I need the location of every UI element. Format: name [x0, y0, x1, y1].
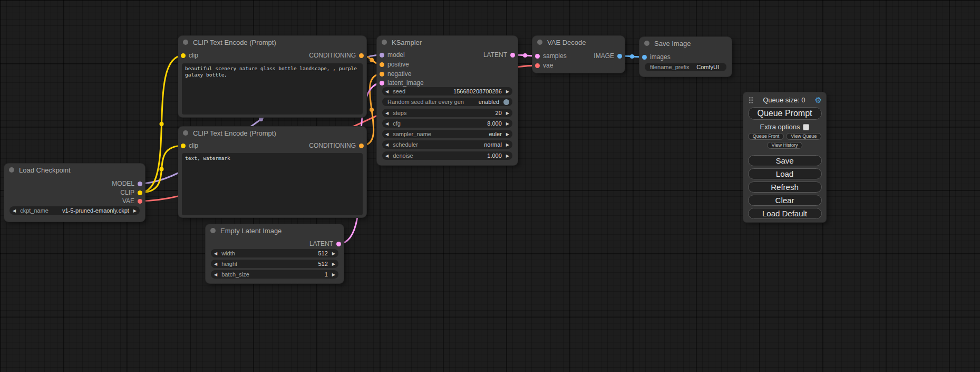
- input-socket-positive[interactable]: [380, 62, 384, 67]
- increment-arrow-icon[interactable]: ▶: [506, 111, 509, 116]
- decrement-arrow-icon[interactable]: ◀: [385, 111, 389, 116]
- queue-size-label: Queue size: 0: [753, 96, 815, 104]
- node-title-bar[interactable]: CLIP Text Encode (Prompt): [178, 36, 366, 49]
- decrement-arrow-icon[interactable]: ◀: [13, 208, 16, 213]
- node-canvas[interactable]: Load Checkpoint MODEL CLIP VAE ◀ ckpt_na…: [0, 0, 980, 372]
- widget-width[interactable]: ◀ width 512 ▶: [211, 249, 338, 257]
- clear-button[interactable]: Clear: [748, 195, 822, 206]
- output-label: LATENT: [483, 51, 507, 59]
- decrement-arrow-icon[interactable]: ◀: [385, 142, 389, 147]
- refresh-button[interactable]: Refresh: [748, 182, 822, 193]
- save-button[interactable]: Save: [748, 155, 822, 166]
- node-title-label: Load Checkpoint: [19, 166, 71, 174]
- input-socket-model[interactable]: [380, 53, 384, 58]
- increment-arrow-icon[interactable]: ▶: [332, 272, 335, 277]
- widget-filename-prefix[interactable]: filename_prefix ComfyUI: [645, 63, 726, 71]
- toggle-dot-icon[interactable]: [503, 99, 509, 105]
- settings-gear-icon[interactable]: ⚙: [815, 96, 822, 104]
- input-slot-negative: negative: [377, 70, 411, 78]
- node-vae-decode[interactable]: VAE Decode IMAGE samples vae: [532, 36, 625, 73]
- increment-arrow-icon[interactable]: ▶: [506, 142, 509, 147]
- input-socket-latent-image[interactable]: [380, 81, 384, 85]
- input-slot-samples: samples: [532, 52, 567, 60]
- collapse-dot-icon[interactable]: [382, 40, 387, 45]
- output-socket-clip[interactable]: [138, 190, 142, 195]
- decrement-arrow-icon[interactable]: ◀: [214, 262, 217, 266]
- node-title-bar[interactable]: Save Image: [639, 37, 732, 50]
- node-title-label: KSampler: [392, 39, 422, 46]
- load-button[interactable]: Load: [748, 168, 822, 179]
- collapse-dot-icon[interactable]: [9, 167, 14, 173]
- widget-label: height: [221, 261, 237, 267]
- increment-arrow-icon[interactable]: ▶: [133, 208, 137, 213]
- node-title-bar[interactable]: KSampler: [377, 36, 518, 49]
- node-empty-latent-image[interactable]: Empty Latent Image LATENT ◀ width 512 ▶ …: [206, 224, 344, 283]
- increment-arrow-icon[interactable]: ▶: [332, 262, 335, 266]
- collapse-dot-icon[interactable]: [183, 130, 188, 136]
- widget-batch-size[interactable]: ◀ batch_size 1 ▶: [211, 270, 338, 279]
- output-socket-model[interactable]: [138, 182, 142, 186]
- collapse-dot-icon[interactable]: [537, 40, 542, 45]
- view-queue-button[interactable]: View Queue: [786, 133, 821, 140]
- load-default-button[interactable]: Load Default: [748, 208, 822, 219]
- prompt-textarea[interactable]: text, watermark: [182, 153, 363, 215]
- output-socket-conditioning[interactable]: [359, 53, 364, 58]
- widget-scheduler[interactable]: ◀ scheduler normal ▶: [382, 140, 512, 149]
- increment-arrow-icon[interactable]: ▶: [506, 154, 509, 158]
- drag-handle-icon[interactable]: [749, 97, 753, 103]
- widget-ckpt-name[interactable]: ◀ ckpt_name v1-5-pruned-emaonly.ckpt ▶: [9, 206, 140, 215]
- widget-label: scheduler: [393, 141, 418, 148]
- input-socket-vae[interactable]: [535, 63, 540, 68]
- node-title-bar[interactable]: VAE Decode: [532, 36, 625, 49]
- output-socket-latent[interactable]: [510, 53, 515, 58]
- extra-options-checkbox[interactable]: [803, 124, 809, 130]
- node-clip-text-encode-negative[interactable]: CLIP Text Encode (Prompt) clip CONDITION…: [178, 127, 366, 217]
- decrement-arrow-icon[interactable]: ◀: [385, 121, 389, 126]
- output-label: CONDITIONING: [309, 142, 356, 149]
- prompt-textarea[interactable]: beautiful scenery nature glass bottle la…: [182, 63, 363, 115]
- output-socket-latent[interactable]: [336, 242, 341, 246]
- input-socket-negative[interactable]: [380, 72, 384, 77]
- queue-prompt-button[interactable]: Queue Prompt: [748, 107, 822, 120]
- increment-arrow-icon[interactable]: ▶: [506, 132, 509, 137]
- input-socket-images[interactable]: [642, 55, 647, 60]
- collapse-dot-icon[interactable]: [183, 40, 188, 45]
- node-clip-text-encode-positive[interactable]: CLIP Text Encode (Prompt) clip CONDITION…: [178, 36, 366, 117]
- widget-value: 1: [325, 271, 328, 278]
- node-title-bar[interactable]: Empty Latent Image: [206, 224, 344, 237]
- widget-denoise[interactable]: ◀ denoise 1.000 ▶: [382, 151, 512, 160]
- collapse-dot-icon[interactable]: [644, 41, 649, 46]
- output-slot-clip: CLIP: [4, 188, 145, 197]
- increment-arrow-icon[interactable]: ▶: [332, 251, 335, 256]
- wire-dot: [370, 58, 374, 62]
- decrement-arrow-icon[interactable]: ◀: [385, 154, 389, 158]
- node-load-checkpoint[interactable]: Load Checkpoint MODEL CLIP VAE ◀ ckpt_na…: [4, 164, 145, 222]
- collapse-dot-icon[interactable]: [210, 228, 216, 233]
- view-history-button[interactable]: View History: [767, 142, 803, 149]
- widget-sampler-name[interactable]: ◀ sampler_name euler ▶: [382, 130, 512, 138]
- widget-steps[interactable]: ◀ steps 20 ▶: [382, 109, 512, 117]
- widget-height[interactable]: ◀ height 512 ▶: [211, 260, 338, 268]
- decrement-arrow-icon[interactable]: ◀: [385, 132, 389, 137]
- increment-arrow-icon[interactable]: ▶: [506, 89, 509, 94]
- node-title-bar[interactable]: CLIP Text Encode (Prompt): [178, 127, 366, 139]
- queue-front-button[interactable]: Queue Front: [748, 133, 784, 140]
- widget-label: batch_size: [221, 271, 249, 278]
- input-socket-samples[interactable]: [535, 54, 540, 59]
- output-socket-vae[interactable]: [138, 199, 142, 204]
- decrement-arrow-icon[interactable]: ◀: [214, 272, 217, 277]
- output-socket-conditioning[interactable]: [359, 144, 364, 148]
- widget-label: cfg: [393, 120, 401, 127]
- input-slot-vae: vae: [532, 61, 553, 70]
- decrement-arrow-icon[interactable]: ◀: [214, 251, 217, 256]
- node-title-bar[interactable]: Load Checkpoint: [4, 164, 145, 176]
- increment-arrow-icon[interactable]: ▶: [506, 121, 509, 126]
- widget-seed[interactable]: ◀ seed 156680208700286 ▶: [382, 87, 512, 96]
- widget-random-seed-toggle[interactable]: Random seed after every gen enabled: [382, 98, 512, 106]
- node-save-image[interactable]: Save Image images filename_prefix ComfyU…: [639, 37, 732, 77]
- output-label: IMAGE: [594, 52, 614, 60]
- output-socket-image[interactable]: [617, 54, 622, 59]
- decrement-arrow-icon[interactable]: ◀: [385, 89, 389, 94]
- widget-cfg[interactable]: ◀ cfg 8.000 ▶: [382, 119, 512, 128]
- node-ksampler[interactable]: KSampler LATENT model positive negative …: [377, 36, 518, 165]
